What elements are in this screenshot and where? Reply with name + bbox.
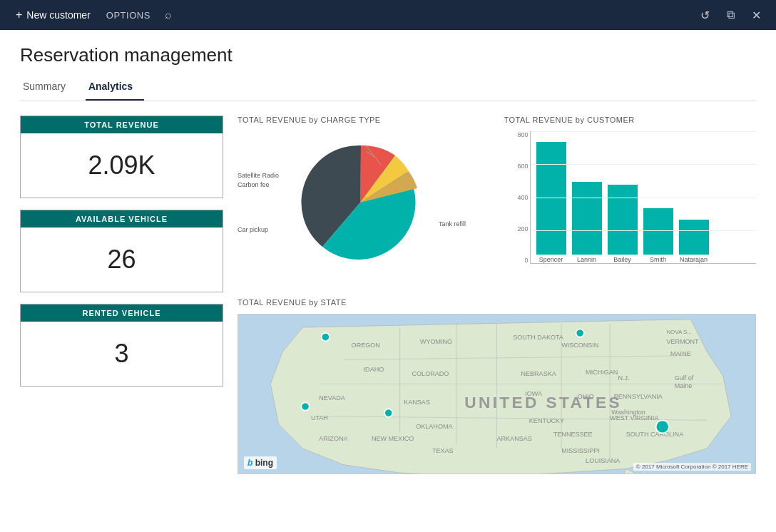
y-label-400: 400	[517, 194, 528, 201]
grid-line-800	[531, 131, 757, 132]
map-dot-2	[301, 402, 309, 410]
kpi-column: TOTAL REVENUE 2.09K AVAILABLE VEHICLE 26…	[20, 116, 223, 474]
bar-group-lannin: Lannin	[572, 182, 602, 263]
svg-text:KENTUCKY: KENTUCKY	[529, 417, 564, 424]
svg-text:ARIZONA: ARIZONA	[319, 435, 348, 442]
kpi-total-revenue: TOTAL REVENUE 2.09K	[20, 116, 223, 198]
svg-text:NEBRASKA: NEBRASKA	[521, 370, 556, 377]
topnav-left: + New customer OPTIONS ⌕	[9, 0, 178, 30]
svg-text:MAINE: MAINE	[670, 350, 691, 357]
svg-text:KANSAS: KANSAS	[404, 399, 430, 406]
pie-label-satellite: Satellite Radio	[238, 172, 279, 179]
svg-text:NEVADA: NEVADA	[319, 394, 345, 401]
svg-text:NOVA S...: NOVA S...	[666, 329, 691, 335]
y-label-600: 600	[517, 163, 528, 170]
bar-x-natarajan: Natarajan	[680, 256, 708, 263]
bar-chart-section: TOTAL REVENUE by CUSTOMER 800 600 400 20…	[504, 116, 757, 281]
analytics-content: TOTAL REVENUE 2.09K AVAILABLE VEHICLE 26…	[20, 101, 756, 474]
map-section: TOTAL REVENUE by STATE	[238, 298, 756, 474]
map-dot-3	[384, 409, 392, 416]
svg-text:MICHIGAN: MICHIGAN	[586, 369, 618, 376]
new-customer-button[interactable]: + New customer	[9, 0, 98, 30]
grid-line-600	[531, 164, 757, 165]
page-title: Reservation management	[20, 44, 756, 66]
svg-text:OKLAHOMA: OKLAHOMA	[416, 423, 453, 430]
pie-chart-section: TOTAL REVENUE by CHARGE TYPE Satellite R…	[238, 116, 490, 281]
tabs: Summary Analytics	[20, 75, 756, 101]
svg-text:N.J.: N.J.	[618, 374, 629, 382]
svg-text:SOUTH DAKOTA: SOUTH DAKOTA	[513, 334, 564, 341]
bar-group-spencer: Spencer	[536, 142, 566, 263]
map-dot-4	[576, 329, 584, 337]
pie-label-carpickup: Car pickup	[238, 226, 279, 233]
map-box: OREGON IDAHO WYOMING COLORADO NEVADA UTA…	[238, 314, 756, 474]
bar-x-smith: Smith	[650, 256, 666, 263]
bar-lannin	[572, 182, 602, 255]
restore-button[interactable]: ⧉	[719, 4, 742, 26]
topnav: + New customer OPTIONS ⌕ ↺ ⧉ ✕	[0, 0, 776, 30]
svg-text:VERMONT: VERMONT	[666, 338, 699, 345]
bar-natarajan	[679, 220, 709, 255]
svg-text:UTAH: UTAH	[311, 414, 328, 421]
pie-label-carbon: Carbon fee	[238, 181, 279, 188]
map-copyright: © 2017 Microsoft Corporation © 2017 HERE	[633, 463, 751, 471]
refresh-button[interactable]: ↺	[693, 4, 716, 26]
new-customer-label: New customer	[26, 9, 90, 21]
tab-analytics[interactable]: Analytics	[86, 75, 144, 101]
pie-chart-svg	[289, 131, 432, 274]
close-button[interactable]: ✕	[745, 4, 767, 26]
svg-text:Washington: Washington	[611, 409, 645, 416]
svg-text:LOUISIANA: LOUISIANA	[586, 457, 621, 464]
kpi-available-vehicle-header: AVAILABLE VEHICLE	[21, 210, 223, 227]
plus-icon: +	[16, 9, 22, 21]
grid-line-200	[531, 230, 757, 231]
kpi-total-revenue-value: 2.09K	[21, 133, 223, 198]
svg-text:SOUTH CAROLINA: SOUTH CAROLINA	[626, 431, 684, 438]
bar-x-spencer: Spencer	[539, 256, 563, 263]
bar-group-bailey: Bailey	[608, 185, 638, 263]
kpi-rented-vehicle: RENTED VEHICLE 3	[20, 304, 223, 387]
bar-smith	[643, 208, 673, 255]
map-svg: OREGON IDAHO WYOMING COLORADO NEVADA UTA…	[238, 314, 755, 474]
search-button[interactable]: ⌕	[159, 0, 178, 30]
bar-spencer	[536, 142, 566, 255]
kpi-total-revenue-header: TOTAL REVENUE	[21, 116, 223, 133]
bar-group-smith: Smith	[643, 208, 673, 263]
kpi-rented-vehicle-value: 3	[21, 322, 223, 386]
page-content: Reservation management Summary Analytics…	[0, 30, 776, 532]
kpi-available-vehicle: AVAILABLE VEHICLE 26	[20, 210, 223, 292]
pie-chart-title: TOTAL REVENUE by CHARGE TYPE	[238, 116, 490, 124]
svg-text:WYOMING: WYOMING	[420, 338, 452, 345]
map-chart-title: TOTAL REVENUE by STATE	[238, 298, 756, 307]
svg-text:TENNESSEE: TENNESSEE	[553, 431, 593, 438]
map-dot-1	[322, 333, 330, 341]
svg-text:TEXAS: TEXAS	[432, 447, 454, 454]
grid-line-400	[531, 198, 757, 198]
svg-text:UNITED STATES: UNITED STATES	[464, 393, 622, 411]
y-label-800: 800	[517, 131, 528, 138]
svg-text:WISCONSIN: WISCONSIN	[561, 342, 598, 349]
y-label-0: 0	[524, 257, 528, 264]
svg-text:ARKANSAS: ARKANSAS	[497, 435, 532, 442]
bar-group-natarajan: Natarajan	[679, 220, 709, 263]
topnav-right: ↺ ⧉ ✕	[693, 4, 767, 26]
pie-label-tankrefill: Tank refill	[439, 220, 466, 227]
svg-text:Gulf of: Gulf of	[675, 374, 694, 382]
bar-chart-title: TOTAL REVENUE by CUSTOMER	[504, 116, 757, 124]
svg-text:MISSISSIPPI: MISSISSIPPI	[561, 447, 600, 454]
svg-text:COLORADO: COLORADO	[412, 370, 449, 377]
charts-column: TOTAL REVENUE by CHARGE TYPE Satellite R…	[238, 116, 756, 474]
kpi-rented-vehicle-header: RENTED VEHICLE	[21, 305, 223, 322]
svg-text:Maine: Maine	[675, 382, 693, 389]
map-dot-5	[656, 420, 669, 433]
tab-summary[interactable]: Summary	[20, 75, 77, 101]
svg-text:NEW MEXICO: NEW MEXICO	[372, 435, 414, 442]
svg-text:OREGON: OREGON	[352, 342, 380, 349]
charts-top-row: TOTAL REVENUE by CHARGE TYPE Satellite R…	[238, 116, 756, 281]
bing-logo: b bing	[244, 456, 277, 469]
kpi-available-vehicle-value: 26	[21, 227, 223, 292]
bar-bailey	[608, 185, 638, 255]
svg-text:IDAHO: IDAHO	[364, 366, 384, 373]
bar-x-lannin: Lannin	[577, 256, 596, 263]
options-button[interactable]: OPTIONS	[98, 0, 159, 30]
